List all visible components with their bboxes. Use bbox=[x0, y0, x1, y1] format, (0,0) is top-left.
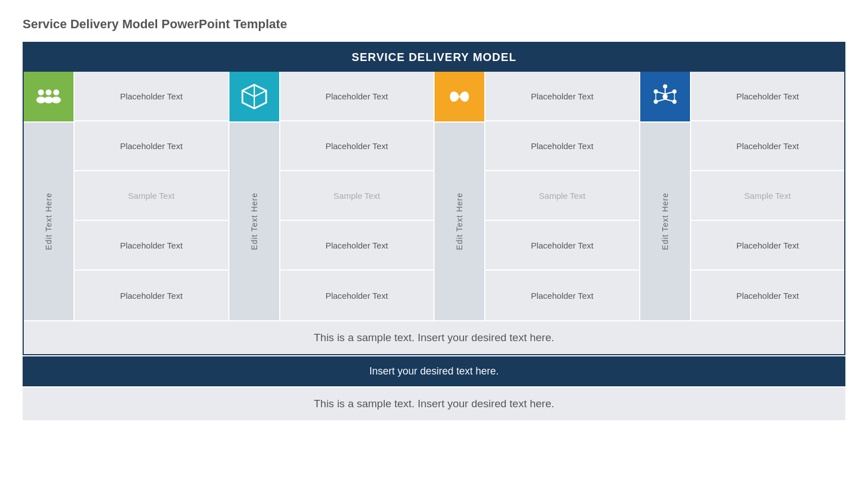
column-group-3: Edit Text HerePlaceholder TextPlaceholde… bbox=[433, 72, 639, 320]
people-icon bbox=[24, 72, 73, 121]
cell-1-5[interactable]: Placeholder Text bbox=[75, 271, 228, 320]
cell-3-3[interactable]: Sample Text bbox=[485, 171, 639, 221]
cell-4-1[interactable]: Placeholder Text bbox=[691, 72, 845, 121]
cell-3-4[interactable]: Placeholder Text bbox=[485, 221, 639, 271]
text-col-3: Placeholder TextPlaceholder TextSample T… bbox=[484, 72, 639, 320]
cell-4-2[interactable]: Placeholder Text bbox=[691, 121, 845, 171]
cell-2-5[interactable]: Placeholder Text bbox=[280, 271, 434, 320]
cell-4-3[interactable]: Sample Text bbox=[691, 171, 845, 221]
side-label-3: Edit Text Here bbox=[435, 121, 484, 320]
light-bar: This is a sample text. Insert your desir… bbox=[23, 387, 845, 420]
cell-1-1[interactable]: Placeholder Text bbox=[75, 72, 228, 121]
cell-3-2[interactable]: Placeholder Text bbox=[485, 121, 639, 171]
text-col-1: Placeholder TextPlaceholder TextSample T… bbox=[73, 72, 228, 320]
side-label-text-4: Edit Text Here bbox=[661, 193, 670, 250]
cell-2-2[interactable]: Placeholder Text bbox=[280, 121, 434, 171]
column-group-1: Edit Text HerePlaceholder TextPlaceholde… bbox=[24, 72, 228, 320]
svg-point-8 bbox=[662, 94, 667, 99]
icon-col-3: Edit Text Here bbox=[435, 72, 484, 320]
side-label-4: Edit Text Here bbox=[640, 121, 690, 320]
side-label-text-3: Edit Text Here bbox=[455, 193, 464, 250]
icon-col-1: Edit Text Here bbox=[24, 72, 73, 320]
side-label-text-1: Edit Text Here bbox=[44, 193, 53, 250]
side-label-2: Edit Text Here bbox=[229, 121, 279, 320]
column-group-4: Edit Text HerePlaceholder TextPlaceholde… bbox=[639, 72, 845, 320]
cell-1-3[interactable]: Sample Text bbox=[75, 171, 228, 221]
side-label-text-2: Edit Text Here bbox=[250, 193, 259, 250]
cell-4-5[interactable]: Placeholder Text bbox=[691, 271, 845, 320]
icon-col-4: Edit Text Here bbox=[640, 72, 690, 320]
grid-area: Edit Text HerePlaceholder TextPlaceholde… bbox=[24, 72, 844, 320]
svg-point-2 bbox=[46, 89, 52, 95]
svg-point-0 bbox=[38, 89, 44, 95]
icon-col-2: Edit Text Here bbox=[229, 72, 279, 320]
page-title: Service Delivery Model PowerPoint Templa… bbox=[23, 17, 845, 32]
cell-3-1[interactable]: Placeholder Text bbox=[485, 72, 639, 121]
network-icon bbox=[640, 72, 690, 121]
cell-1-2[interactable]: Placeholder Text bbox=[75, 121, 228, 171]
main-frame: SERVICE DELIVERY MODEL Edit Text HerePla… bbox=[23, 42, 845, 355]
column-group-2: Edit Text HerePlaceholder TextPlaceholde… bbox=[228, 72, 434, 320]
cell-1-4[interactable]: Placeholder Text bbox=[75, 221, 228, 271]
header-bar: SERVICE DELIVERY MODEL bbox=[24, 43, 844, 72]
infinity-icon bbox=[435, 72, 484, 121]
side-label-1: Edit Text Here bbox=[24, 121, 73, 320]
cell-2-1[interactable]: Placeholder Text bbox=[280, 72, 434, 121]
cell-3-5[interactable]: Placeholder Text bbox=[485, 271, 639, 320]
text-col-4: Placeholder TextPlaceholder TextSample T… bbox=[690, 72, 845, 320]
cell-4-4[interactable]: Placeholder Text bbox=[691, 221, 845, 271]
svg-point-5 bbox=[51, 97, 61, 103]
cell-2-4[interactable]: Placeholder Text bbox=[280, 221, 434, 271]
text-col-2: Placeholder TextPlaceholder TextSample T… bbox=[279, 72, 434, 320]
box-icon bbox=[229, 72, 279, 121]
bottom-sample-text: This is a sample text. Insert your desir… bbox=[24, 320, 844, 354]
svg-point-13 bbox=[663, 84, 667, 89]
svg-point-4 bbox=[53, 89, 59, 95]
dark-bar: Insert your desired text here. bbox=[23, 356, 845, 386]
cell-2-3[interactable]: Sample Text bbox=[280, 171, 434, 221]
